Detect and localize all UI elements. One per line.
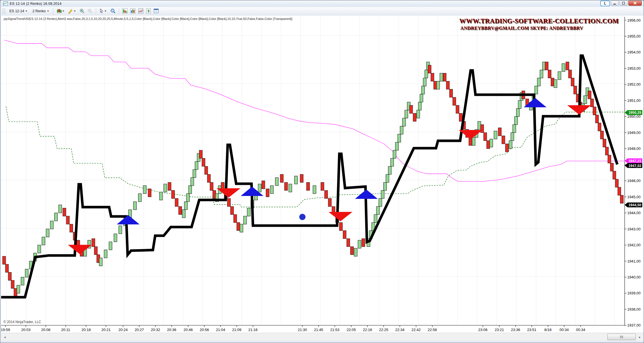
renko-brick-down [588, 91, 591, 99]
renko-brick-down [237, 223, 240, 231]
renko-brick-down [595, 115, 599, 123]
renko-brick-up [247, 208, 250, 216]
restore-button[interactable] [620, 1, 628, 6]
price-axis-label: 1950,00 [627, 114, 641, 119]
time-axis[interactable]: 19:5920:0320:0820:1120:1820:2120:2420:27… [1, 325, 625, 332]
time-axis-label: 20:56 [200, 328, 209, 332]
renko-brick-up [21, 277, 24, 285]
price-axis-label: 1956,00 [627, 18, 641, 22]
renko-brick-up [109, 242, 112, 250]
price-axis[interactable]: 1956,001955,001954,001953,001952,001951,… [625, 17, 642, 327]
close-button[interactable] [628, 1, 642, 6]
renko-brick-down [603, 139, 606, 147]
renko-brick-down [453, 97, 456, 105]
chevron-down-icon [26, 11, 27, 12]
renko-brick-up [133, 202, 136, 210]
minimize-button[interactable] [611, 1, 619, 6]
zoom-out-icon [87, 8, 93, 14]
scroll-left-arrow[interactable]: ◂ [2, 334, 8, 340]
time-axis-label: 20:46 [184, 328, 193, 332]
renko-brick-down [615, 179, 618, 187]
renko-brick-up [421, 86, 425, 94]
renko-brick-down [66, 216, 69, 224]
buy-marker [355, 189, 378, 199]
chart-window-icon [3, 1, 8, 6]
price-axis-label: 1949,00 [627, 131, 641, 135]
renko-brick-up [240, 224, 243, 232]
renko-brick-up [289, 184, 292, 192]
instrument-selector[interactable]: ES 12-14 [7, 8, 29, 15]
renko-brick-up [393, 150, 396, 158]
grid-view-button[interactable] [153, 8, 159, 14]
renko-brick-down [339, 223, 342, 231]
renko-brick-up [191, 177, 194, 185]
renko-brick-down [14, 288, 17, 296]
renko-brick-down [431, 73, 434, 81]
renko-brick-up [509, 141, 512, 149]
renko-brick-down [262, 181, 265, 189]
price-axis-label: 1953,00 [627, 66, 641, 71]
account-button[interactable]: $ [146, 8, 151, 14]
renko-brick-up [99, 258, 102, 266]
period-selector[interactable]: 2 Renko [30, 8, 51, 15]
renko-brick-down [148, 189, 151, 197]
chevron-down-icon [74, 11, 76, 12]
renko-brick-up [46, 229, 49, 237]
renko-brick-up [358, 240, 361, 248]
renko-brick-up [104, 250, 107, 258]
svg-text:1947,02: 1947,02 [628, 164, 641, 168]
renko-brick-down [591, 99, 594, 107]
renko-brick-down [610, 163, 613, 171]
zoom-out-button[interactable] [87, 8, 93, 14]
data-box-button[interactable] [109, 8, 116, 14]
time-axis-label: 8/16 [544, 328, 551, 332]
renko-brick-up [379, 199, 382, 206]
renko-brick-down [413, 113, 416, 121]
renko-brick-down [434, 81, 437, 89]
svg-text:1947,21: 1947,21 [628, 159, 641, 163]
chart-toolbar: ES 12-14 2 Renko [1, 7, 643, 15]
time-axis-label: 20:11 [61, 328, 70, 332]
price-axis-label: 1945,00 [627, 195, 641, 199]
drawing-tools-button[interactable] [67, 8, 77, 14]
price-axis-label: 1946,00 [627, 179, 641, 183]
renko-brick-up [437, 81, 440, 89]
renko-brick-up [313, 186, 316, 194]
grid-lines [1, 15, 625, 325]
time-axis-label: 20:21 [101, 328, 111, 332]
table-icon [153, 8, 159, 14]
renko-brick-up [17, 285, 20, 293]
mini-chart-button[interactable] [138, 8, 144, 14]
renko-brick-down [443, 73, 446, 81]
chevron-down-icon [47, 11, 49, 12]
candlestick-icon [57, 9, 62, 14]
renko-brick-down [484, 133, 487, 140]
renko-brick-down [350, 247, 354, 255]
time-axis-label: 22:05 [347, 328, 356, 332]
renko-brick-up [258, 184, 261, 192]
horizontal-scrollbar[interactable]: ◂ ▸ [1, 333, 643, 341]
renko-brick-up [59, 205, 62, 213]
scroll-right-arrow[interactable]: ▸ [637, 334, 643, 340]
chart-canvas[interactable]: 1956,001955,001954,001953,001952,001951,… [1, 15, 643, 333]
renko-brick-down [545, 62, 548, 70]
copyright-label: © 2014 NinjaTrader, LLC [3, 320, 41, 324]
renko-brick-down [593, 107, 596, 115]
title-bar[interactable]: ES 12-14 (2 Renko) 16.08.2014 L [1, 0, 643, 7]
chart-panel-button[interactable] [122, 8, 128, 14]
renko-brick-down [481, 125, 484, 133]
renko-brick-up [195, 162, 198, 170]
chart-style-button[interactable] [56, 8, 66, 14]
cursor-arrow-icon [99, 9, 104, 14]
price-axis-label: 1942,00 [627, 243, 641, 247]
renko-brick-up [418, 102, 421, 110]
renko-brick-up [516, 109, 520, 117]
link-button[interactable]: L [600, 1, 610, 6]
chart-trader-button[interactable] [130, 8, 136, 14]
renko-brick-up [50, 221, 53, 229]
scrollbar-thumb[interactable] [607, 334, 636, 340]
zoom-in-button[interactable] [79, 8, 85, 14]
renko-brick-up [138, 194, 142, 202]
cursor-mode-button[interactable] [99, 8, 108, 14]
toolbar-grip[interactable] [3, 9, 5, 14]
